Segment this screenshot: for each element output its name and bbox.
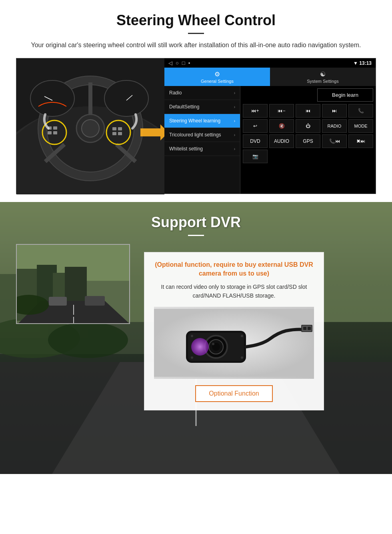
dvr-title: Support DVR xyxy=(16,214,376,231)
ctrl-audio[interactable]: AUDIO xyxy=(269,134,294,148)
ctrl-phone-prev[interactable]: 📞⏮ xyxy=(322,134,347,148)
subtitle-text: Your original car's steering wheel contr… xyxy=(24,40,368,50)
svg-rect-17 xyxy=(118,127,122,130)
page-title: Steering Wheel Control xyxy=(16,12,376,29)
ctrl-prev[interactable]: ⏮ xyxy=(296,104,320,118)
ctrl-vol-down[interactable]: ⏮− xyxy=(269,104,294,118)
begin-learn-row: Begin learn xyxy=(243,88,373,102)
optional-function-wrapper: Optional Function xyxy=(154,385,314,402)
ctrl-power[interactable]: ⏻ xyxy=(296,119,320,133)
dvr-description: It can record video only to storage in G… xyxy=(154,282,314,300)
chevron-icon: › xyxy=(234,133,235,137)
tab-general-label: General Settings xyxy=(201,79,234,84)
control-row-4: 📷 xyxy=(243,150,373,163)
menu-radio-label: Radio xyxy=(169,90,182,96)
menu-whitelist-label: Whitelist setting xyxy=(169,146,203,152)
ctrl-mute[interactable]: 🔇 xyxy=(269,119,294,133)
title-divider xyxy=(188,33,204,34)
menu-tricolour-label: Tricoloured light settings xyxy=(169,132,221,138)
control-row-1: ⏮+ ⏮− ⏮ ⏭ 📞 xyxy=(243,104,373,118)
nav-icons: ◁ ○ □ ▪ xyxy=(168,60,190,66)
android-ui-panel: ◁ ○ □ ▪ ▼ 13:13 ⚙ General Settings ☯ xyxy=(16,58,376,194)
menu-item-tricolour[interactable]: Tricoloured light settings › xyxy=(164,128,240,142)
chevron-icon: › xyxy=(234,147,235,151)
menu-item-steering[interactable]: Steering Wheel learning › xyxy=(164,114,240,128)
menu-item-defaultsetting[interactable]: DefaultSetting › xyxy=(164,100,240,114)
button-grid-area: Begin learn ⏮+ ⏮− ⏮ ⏭ 📞 ↩ 🔇 ⏻ xyxy=(240,86,376,194)
ctrl-vol-up[interactable]: ⏮+ xyxy=(243,104,268,118)
system-icon: ☯ xyxy=(320,70,326,78)
tab-bar: ⚙ General Settings ☯ System Settings xyxy=(164,68,376,86)
ctrl-cam[interactable]: 📷 xyxy=(243,150,268,163)
svg-point-9 xyxy=(82,120,99,137)
svg-rect-14 xyxy=(48,131,52,134)
menu-content: Radio › DefaultSetting › Steering Wheel … xyxy=(164,86,376,194)
chevron-icon: › xyxy=(234,91,235,95)
svg-rect-48 xyxy=(49,297,67,306)
control-row-2: ↩ 🔇 ⏻ RADIO MODE xyxy=(243,119,373,133)
optional-title: (Optional function, require to buy exter… xyxy=(154,260,314,278)
steering-wheel-image xyxy=(16,58,164,194)
android-panel: ◁ ○ □ ▪ ▼ 13:13 ⚙ General Settings ☯ xyxy=(164,58,376,194)
ctrl-mute-next[interactable]: ✖⏭ xyxy=(348,134,373,148)
svg-rect-65 xyxy=(303,327,306,330)
svg-rect-66 xyxy=(308,327,311,330)
steering-section: Steering Wheel Control Your original car… xyxy=(0,0,392,202)
status-time: ▼ 13:13 xyxy=(353,60,372,66)
svg-point-23 xyxy=(104,80,148,116)
svg-rect-16 xyxy=(112,127,116,130)
control-row-3: DVD AUDIO GPS 📞⏮ ✖⏭ xyxy=(243,134,373,148)
menu-item-radio[interactable]: Radio › xyxy=(164,86,240,100)
dvr-camera-image xyxy=(154,307,314,379)
menu-icon[interactable]: ▪ xyxy=(188,60,190,66)
tab-system-settings[interactable]: ☯ System Settings xyxy=(270,68,376,86)
dvr-section: Support DVR xyxy=(0,202,392,474)
tab-general-settings[interactable]: ⚙ General Settings xyxy=(164,68,270,86)
svg-point-62 xyxy=(191,338,209,356)
begin-learn-button[interactable]: Begin learn xyxy=(317,88,373,102)
ctrl-dvd[interactable]: DVD xyxy=(243,134,268,148)
ctrl-mode[interactable]: MODE xyxy=(348,119,373,133)
gear-icon: ⚙ xyxy=(214,70,220,78)
svg-rect-15 xyxy=(53,131,57,134)
chevron-icon: › xyxy=(234,105,235,109)
tab-system-label: System Settings xyxy=(307,79,338,84)
dvr-divider xyxy=(188,235,204,236)
dvr-thumbnail xyxy=(16,244,130,324)
dvr-content: Support DVR xyxy=(0,202,392,422)
settings-menu: Radio › DefaultSetting › Steering Wheel … xyxy=(164,86,240,194)
signal-icon: ▼ xyxy=(353,60,358,66)
svg-point-61 xyxy=(241,356,243,359)
menu-steering-label: Steering Wheel learning xyxy=(169,118,220,124)
menu-item-whitelist[interactable]: Whitelist setting › xyxy=(164,142,240,156)
svg-point-58 xyxy=(191,335,193,337)
dvr-thumbnail-area xyxy=(16,244,136,332)
ctrl-back[interactable]: ↩ xyxy=(243,119,268,133)
ctrl-gps[interactable]: GPS xyxy=(296,134,320,148)
ctrl-next[interactable]: ⏭ xyxy=(322,104,347,118)
home-icon[interactable]: ○ xyxy=(176,60,179,66)
svg-rect-13 xyxy=(53,126,57,130)
svg-point-57 xyxy=(212,343,214,345)
svg-point-60 xyxy=(191,356,193,359)
dvr-layout: (Optional function, require to buy exter… xyxy=(16,244,376,410)
time-display: 13:13 xyxy=(359,60,372,66)
back-icon[interactable]: ◁ xyxy=(168,60,172,66)
svg-point-21 xyxy=(30,80,74,116)
dvr-info-card: (Optional function, require to buy exter… xyxy=(144,252,324,410)
ctrl-phone[interactable]: 📞 xyxy=(348,104,373,118)
svg-rect-49 xyxy=(85,296,105,306)
chevron-icon: › xyxy=(234,119,235,123)
ctrl-radio[interactable]: RADIO xyxy=(322,119,347,133)
optional-function-button[interactable]: Optional Function xyxy=(195,385,272,402)
svg-rect-18 xyxy=(112,132,116,135)
svg-point-59 xyxy=(241,335,243,337)
status-bar: ◁ ○ □ ▪ ▼ 13:13 xyxy=(164,58,376,68)
menu-default-label: DefaultSetting xyxy=(169,104,199,110)
svg-rect-19 xyxy=(118,132,122,135)
recents-icon[interactable]: □ xyxy=(182,60,185,66)
